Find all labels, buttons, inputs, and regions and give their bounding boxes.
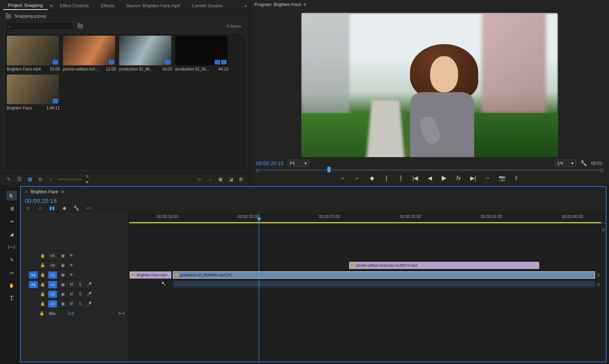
selection-tool[interactable] (6, 191, 17, 200)
toggle-output-icon[interactable]: ▣ (59, 281, 66, 288)
bin-item[interactable]: production ID_461...14:03 (119, 36, 172, 71)
resolution-select[interactable]: 1/4▾ (554, 160, 576, 167)
tab-effect-controls[interactable]: Effect Controls (55, 2, 93, 10)
tabs-overflow-icon[interactable]: » (244, 3, 247, 8)
automate-icon[interactable]: ▭ (196, 176, 203, 182)
scroll-end-icon[interactable] (602, 228, 605, 231)
source-patch-v1[interactable]: V1 (29, 271, 38, 279)
toggle-output-icon[interactable]: ▣ (59, 301, 66, 307)
bin-item[interactable]: production ID_509...44:10 (175, 36, 228, 71)
clip-v2[interactable]: pexels-william-fortunato-6136974.mp4 (349, 261, 540, 269)
slip-tool[interactable]: |↔| (6, 242, 17, 252)
track-target-a1[interactable]: A1 (48, 281, 57, 288)
mute-button[interactable]: M (68, 291, 75, 297)
voice-over-icon[interactable]: 🎤 (86, 281, 92, 288)
voice-over-icon[interactable]: 🎤 (86, 291, 92, 297)
scrub-playhead[interactable] (327, 167, 331, 172)
list-view-icon[interactable]: ☰ (16, 176, 22, 182)
ripple-edit-tool[interactable]: ⇔ (6, 216, 17, 226)
track-header-mix[interactable]: 🔒 Mix 0.0 ⊳⊲ (21, 308, 129, 318)
mute-button[interactable]: M (68, 281, 75, 288)
export-frame-icon[interactable]: 📷 (498, 174, 505, 182)
add-marker-icon[interactable]: ◆ (368, 174, 376, 182)
clip-v1b[interactable]: production ID_5096930.mp4 [V] (173, 271, 595, 279)
mark-out-icon[interactable]: ⌐ (354, 174, 361, 182)
mark-in-icon[interactable]: ⌐ (339, 174, 347, 182)
tab-source[interactable]: Source: Brighten Face.mp4 (122, 2, 185, 10)
work-area-bar[interactable] (129, 222, 601, 223)
tab-lumetri[interactable]: Lumetri Scopes (187, 2, 227, 10)
panel-menu-icon[interactable]: ≡ (304, 2, 306, 7)
thumbnail-size-slider[interactable] (58, 179, 82, 180)
zoom-out-icon[interactable]: ○ (47, 176, 54, 182)
program-timecode[interactable]: 00:00:20:15 (256, 160, 284, 166)
close-sequence-icon[interactable]: × (25, 189, 27, 194)
scroll-end-icon[interactable] (597, 283, 600, 286)
rectangle-tool[interactable]: ▭ (6, 268, 17, 277)
go-to-in-icon[interactable]: { (383, 174, 390, 182)
share-icon[interactable]: ⇪ (513, 174, 520, 182)
lock-icon[interactable]: 🔒 (40, 273, 46, 277)
write-icon[interactable]: ✎ (6, 176, 12, 182)
voice-over-icon[interactable]: 🎤 (86, 301, 92, 307)
toggle-output-icon[interactable]: ▣ (59, 253, 66, 259)
type-tool[interactable]: T (6, 293, 17, 303)
lock-icon[interactable]: 🔒 (40, 282, 46, 287)
eye-icon[interactable]: 👁 (68, 262, 75, 269)
track-target-a3[interactable]: A3 (48, 300, 57, 307)
track-select-tool[interactable]: ⇶ (6, 204, 17, 213)
source-patch-a1[interactable]: A1 (29, 281, 38, 288)
solo-button[interactable]: S (77, 291, 83, 297)
timeline-timecode[interactable]: 00:00:20:15 (21, 196, 606, 205)
toggle-output-icon[interactable]: ▣ (59, 262, 66, 269)
zoom-fit-select[interactable]: Fit▾ (288, 160, 309, 167)
step-back-icon[interactable]: |◀ (412, 174, 419, 182)
find-icon[interactable]: ⌕ (207, 176, 213, 182)
new-item-icon[interactable]: ◪ (227, 176, 234, 182)
track-header-a3[interactable]: 🔒 A3 ▣ M S 🎤 (21, 299, 129, 308)
panel-menu-icon[interactable]: ≡ (50, 3, 53, 8)
tab-effects[interactable]: Effects (96, 2, 119, 10)
expand-icon[interactable]: ⊳⊲ (118, 310, 125, 317)
clip-v1a[interactable]: Brighten Face.mp4 (129, 271, 172, 279)
icon-view-icon[interactable]: ▦ (26, 176, 33, 182)
fx-icon[interactable]: fx (455, 174, 462, 182)
clip-a1[interactable] (173, 281, 595, 289)
track-target-a2[interactable]: A2 (48, 291, 57, 298)
scrub-zoom-left[interactable] (256, 169, 259, 172)
marker-icon[interactable]: ◆ (61, 205, 67, 211)
track-header-v2[interactable]: 🔒 V2 ▣ 👁 (21, 260, 129, 270)
track-target-v1[interactable]: V1 (48, 271, 57, 279)
eye-icon[interactable]: 👁 (68, 253, 75, 259)
track-header-v3[interactable]: 🔒 V3 ▣ 👁 (21, 251, 129, 260)
play-reverse-icon[interactable]: ◀ (426, 174, 433, 182)
caption-icon[interactable]: ▭ (85, 205, 91, 211)
lock-icon[interactable]: 🔒 (40, 253, 46, 258)
razor-tool[interactable]: ◢ (6, 229, 17, 239)
settings-icon[interactable]: 🔧 (580, 160, 587, 166)
trash-icon[interactable]: 🗑 (238, 176, 244, 182)
panel-menu-icon[interactable]: ≡ (61, 189, 64, 194)
bin-item[interactable]: pexels-william-fort...12:00 (63, 36, 116, 71)
sequence-title[interactable]: Brighten Face (30, 189, 58, 194)
mix-value[interactable]: 0.0 (68, 311, 74, 316)
insert-mode-icon[interactable]: ▮▮ (49, 205, 55, 211)
solo-button[interactable]: S (77, 301, 83, 307)
track-target-v3[interactable]: V3 (48, 252, 57, 259)
snap-icon[interactable]: ⎋ (25, 205, 31, 211)
bin-item[interactable]: Brighten Face1:49:11 (7, 75, 60, 110)
project-search-input[interactable] (6, 22, 74, 30)
eye-icon[interactable]: 👁 (68, 272, 75, 278)
scroll-end-icon[interactable] (597, 273, 600, 277)
freeform-view-icon[interactable]: ⧉ (37, 176, 43, 182)
loop-icon[interactable]: ↔ (484, 174, 491, 182)
bin-item[interactable]: Brighten Face.mp415:06 (7, 36, 60, 71)
play-icon[interactable]: ▶ (441, 174, 448, 182)
lock-icon[interactable]: 🔒 (40, 292, 46, 296)
tab-project[interactable]: Project: Snapping (3, 1, 48, 10)
program-monitor[interactable] (301, 13, 558, 157)
step-forward-icon[interactable]: ▶| (469, 174, 477, 182)
time-ruler[interactable]: 00:00:15:00 00:00:20:00 00:00:25:00 00:0… (129, 213, 606, 223)
track-header-v1[interactable]: V1 🔒 V1 ▣ 👁 (21, 270, 129, 279)
new-bin-icon[interactable] (77, 23, 83, 29)
